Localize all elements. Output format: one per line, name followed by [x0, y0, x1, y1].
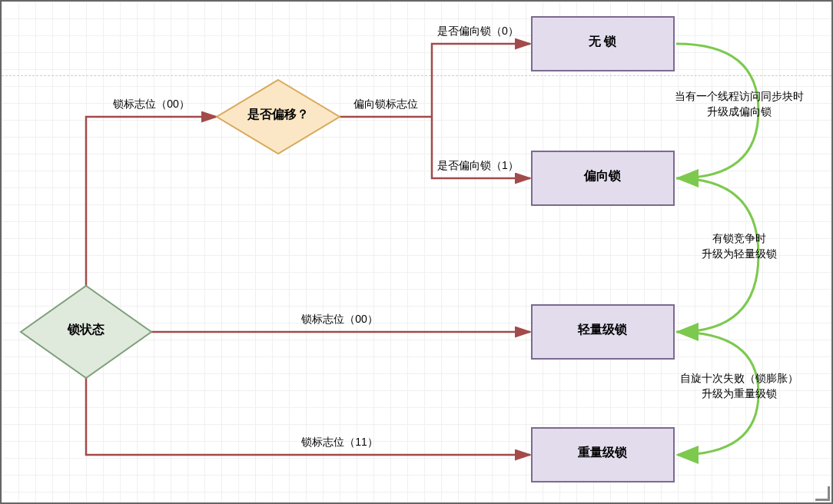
note-n3b: 升级为重量级锁: [702, 387, 777, 400]
node-start-label: 锁状态: [67, 323, 105, 336]
diagram-frame: 锁标志位（00） 偏向锁标志位 是否偏向锁（0） 是否偏向锁（1） 锁标志位（0…: [0, 0, 833, 504]
edge-label-e4: 是否偏向锁（1）: [437, 159, 519, 171]
node-hwlock-label: 重量级锁: [577, 446, 627, 459]
edge-label-e3: 是否偏向锁（0）: [437, 25, 519, 37]
edge-label-e6: 锁标志位（11）: [300, 436, 378, 448]
node-isbias-label: 是否偏移？: [247, 108, 309, 121]
node-lwlock-label: 轻量级锁: [577, 323, 627, 336]
node-isbias: 是否偏移？: [217, 80, 340, 154]
node-nolock-label: 无 锁: [588, 35, 616, 48]
note-n2b: 升级为轻量级锁: [702, 247, 777, 260]
node-biaslock: 偏向锁: [532, 151, 674, 205]
edge-start-to-isbias: [86, 117, 217, 293]
node-nolock: 无 锁: [532, 17, 674, 71]
note-n1a: 当有一个线程访问同步块时: [675, 90, 804, 102]
note-n3a: 自旋十次失败（锁膨胀）: [680, 372, 798, 384]
flow-svg: 锁标志位（00） 偏向锁标志位 是否偏向锁（0） 是否偏向锁（1） 锁标志位（0…: [2, 2, 833, 504]
edge-label-e5: 锁标志位（00）: [300, 313, 378, 325]
edge-label-e1: 锁标志位（00）: [112, 98, 190, 110]
node-biaslock-label: 偏向锁: [583, 169, 621, 182]
resize-corner-icon: [815, 486, 830, 501]
node-lwlock: 轻量级锁: [532, 305, 674, 359]
edge-to-nolock: [432, 44, 530, 117]
edge-label-e2: 偏向锁标志位: [353, 98, 418, 110]
note-n1b: 升级成偏向锁: [707, 105, 772, 118]
node-start: 锁状态: [21, 286, 151, 378]
node-hwlock: 重量级锁: [532, 428, 674, 482]
note-n2a: 有锁竞争时: [712, 232, 766, 244]
